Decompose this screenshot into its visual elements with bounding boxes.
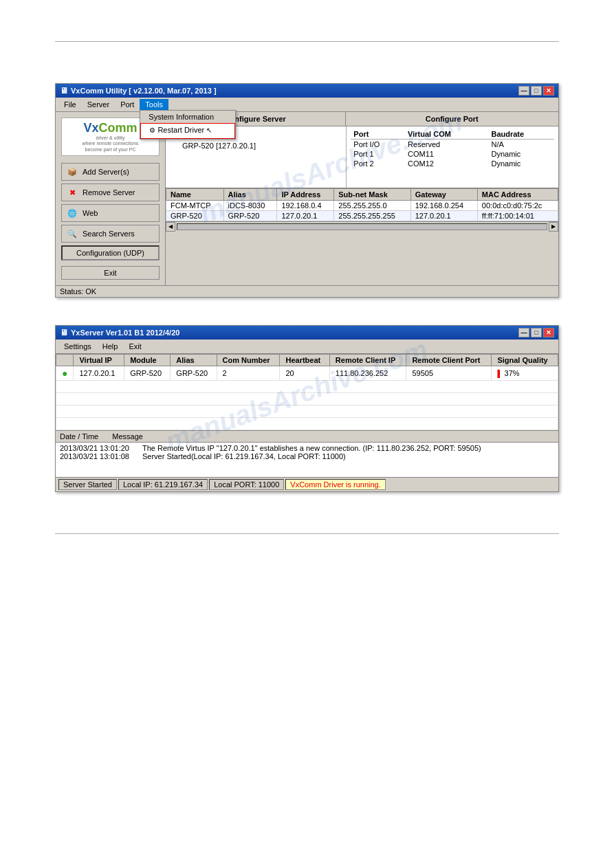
- yxserver-window: 🖥 YxServer Ver1.01 B1 2012/4/20 — □ ✕ Se…: [55, 325, 559, 492]
- rclient-port-cell: 59505: [406, 366, 492, 381]
- yxserver-close-btn[interactable]: ✕: [543, 328, 554, 337]
- logo-vx: Vx: [83, 121, 98, 135]
- search-servers-label: Search Servers: [83, 230, 135, 238]
- yxserver-menubar: Settings Help Exit: [56, 340, 558, 354]
- exit-label: Exit: [104, 269, 116, 277]
- vxcomm-maximize-btn[interactable]: □: [531, 86, 542, 96]
- col-comnum: Com Number: [217, 355, 280, 366]
- log-message-2: Server Started(Local IP: 61.219.167.34, …: [142, 452, 346, 460]
- menu-file[interactable]: File: [58, 99, 82, 110]
- menu-exit[interactable]: Exit: [123, 341, 146, 352]
- status-text: Status: OK: [60, 287, 96, 296]
- table-row: [56, 381, 558, 393]
- horizontal-scrollbar[interactable]: ◀ ▶: [166, 221, 558, 231]
- col-vip: Virtual IP: [74, 355, 124, 366]
- menu-settings[interactable]: Settings: [58, 341, 97, 352]
- dev-alias-cell: iDCS-8030: [223, 201, 277, 211]
- port-cell: Port I/O: [351, 140, 405, 150]
- port-col-port: Port: [351, 129, 405, 140]
- dev-col-gw: Gateway: [410, 189, 477, 201]
- yxserver-maximize-btn[interactable]: □: [531, 328, 542, 337]
- yxserver-minimize-btn[interactable]: —: [518, 328, 529, 337]
- scroll-left-btn[interactable]: ◀: [166, 222, 175, 232]
- exit-button[interactable]: Exit: [61, 266, 160, 280]
- dev-ip-cell: 127.0.20.1: [277, 211, 334, 221]
- vxcomm-title-text: VxComm Utility [ v2.12.00, Mar.07, 2013 …: [71, 87, 217, 95]
- table-row[interactable]: FCM-MTCP iDCS-8030 192.168.0.4 255.255.2…: [166, 201, 558, 211]
- vxcomm-body: VxComm driver & utility where remote con…: [56, 112, 558, 285]
- table-row: Port 1 COM11 Dynamic: [351, 149, 554, 159]
- server-tree-item[interactable]: GRP-520 [127.0.20.1]: [171, 142, 340, 150]
- dev-col-mask: Sub-net Mask: [334, 189, 410, 201]
- col-heartbeat: Heartbeat: [280, 355, 329, 366]
- add-server-button[interactable]: 📦 Add Server(s): [61, 163, 160, 181]
- vcom-cell: COM12: [405, 159, 488, 168]
- baud-cell: Dynamic: [488, 159, 554, 168]
- log-message-1: The Remote Virtus IP "127.0.20.1" establ…: [142, 444, 481, 452]
- heartbeat-cell: 20: [280, 366, 329, 381]
- yxserver-table-wrapper: Virtual IP Module Alias Com Number Heart…: [56, 354, 558, 430]
- search-servers-icon: 🔍: [66, 227, 78, 240]
- baud-cell: N/A: [488, 140, 554, 150]
- dev-col-name: Name: [166, 189, 224, 201]
- vip-cell: 127.0.20.1: [74, 366, 124, 381]
- yxserver-statusbar: Server Started Local IP: 61.219.167.34 L…: [56, 477, 558, 491]
- table-row[interactable]: ● 127.0.20.1 GRP-520 GRP-520 2 20 111.80…: [56, 366, 558, 381]
- menu-tools[interactable]: Tools: [140, 99, 168, 110]
- log-col-message: Message: [112, 432, 143, 441]
- port-col-vcom: Virtual COM: [405, 129, 488, 140]
- table-row[interactable]: GRP-520 GRP-520 127.0.20.1 255.255.255.2…: [166, 211, 558, 221]
- cursor-icon: ↖: [206, 126, 215, 136]
- remove-server-button[interactable]: ✖ Remove Server: [61, 183, 160, 201]
- vxcomm-titlebar: 🖥 VxComm Utility [ v2.12.00, Mar.07, 201…: [56, 84, 558, 98]
- dev-mask-cell: 255.255.255.0: [334, 201, 410, 211]
- vxcomm-window-controls: — □ ✕: [518, 86, 554, 96]
- tools-restart-driver[interactable]: ⚙ Restart Driver ↖: [140, 123, 235, 139]
- col-rclient-ip: Remote Client IP: [329, 355, 406, 366]
- yxserver-title-icon: 🖥: [60, 328, 68, 337]
- col-module: Module: [124, 355, 171, 366]
- remove-server-icon: ✖: [66, 186, 78, 199]
- scroll-track[interactable]: [177, 223, 547, 230]
- module-cell: GRP-520: [124, 366, 171, 381]
- log-time-2: 2013/03/21 13:01:08: [60, 452, 135, 460]
- table-row: [56, 418, 558, 430]
- tools-system-info[interactable]: System Information: [140, 111, 235, 123]
- vxcomm-title-icon: 🖥: [60, 86, 68, 96]
- menu-help[interactable]: Help: [97, 341, 124, 352]
- config-udp-button[interactable]: Configuration (UDP): [61, 245, 160, 260]
- restart-driver-icon: ⚙: [149, 126, 155, 134]
- search-servers-button[interactable]: 🔍 Search Servers: [61, 225, 160, 243]
- menu-port[interactable]: Port: [115, 99, 140, 110]
- scroll-right-btn[interactable]: ▶: [549, 222, 558, 232]
- dev-mac-cell: 00:0d:c0:d0:75:2c: [477, 201, 558, 211]
- port-table: Port Virtual COM Baudrate Port I/O Reser…: [351, 129, 554, 168]
- yxserver-body: Virtual IP Module Alias Com Number Heart…: [56, 354, 558, 491]
- status-local-port: Local PORT: 11000: [209, 479, 284, 490]
- vxcomm-close-btn[interactable]: ✕: [543, 86, 554, 96]
- log-col-time: Date / Time: [60, 432, 98, 441]
- yxserver-table: Virtual IP Module Alias Com Number Heart…: [56, 354, 558, 430]
- list-item: 2013/03/21 13:01:08 Server Started(Local…: [60, 452, 554, 460]
- alias-cell: GRP-520: [171, 366, 217, 381]
- vxcomm-menubar: File Server Port Tools System Informatio…: [56, 98, 558, 112]
- status-indicator: ●: [56, 366, 74, 381]
- log-time-1: 2013/03/21 13:01:20: [60, 444, 135, 452]
- dev-mac-cell: ff:ff:71:00:14:01: [477, 211, 558, 221]
- signal-bar-icon: ▌: [497, 370, 502, 377]
- web-label: Web: [83, 209, 98, 217]
- vxcomm-window: 🖥 VxComm Utility [ v2.12.00, Mar.07, 201…: [55, 83, 559, 298]
- device-table-wrapper: Name Alias IP Address Sub-net Mask Gatew…: [166, 188, 558, 221]
- log-entries: 2013/03/21 13:01:20 The Remote Virtus IP…: [56, 443, 558, 477]
- menu-server[interactable]: Server: [82, 99, 115, 110]
- web-button[interactable]: 🌐 Web: [61, 204, 160, 222]
- tools-dropdown: System Information ⚙ Restart Driver ↖: [140, 110, 236, 140]
- col-signal: Signal Quality: [492, 355, 558, 366]
- status-local-ip: Local IP: 61.219.167.34: [118, 479, 208, 490]
- vxcomm-minimize-btn[interactable]: —: [518, 86, 529, 96]
- dev-gw-cell: 127.0.20.1: [410, 211, 477, 221]
- status-driver-running: VxComm Driver is running.: [285, 479, 385, 490]
- table-row: Port 2 COM12 Dynamic: [351, 159, 554, 168]
- dev-alias-cell: GRP-520: [223, 211, 277, 221]
- dev-ip-cell: 192.168.0.4: [277, 201, 334, 211]
